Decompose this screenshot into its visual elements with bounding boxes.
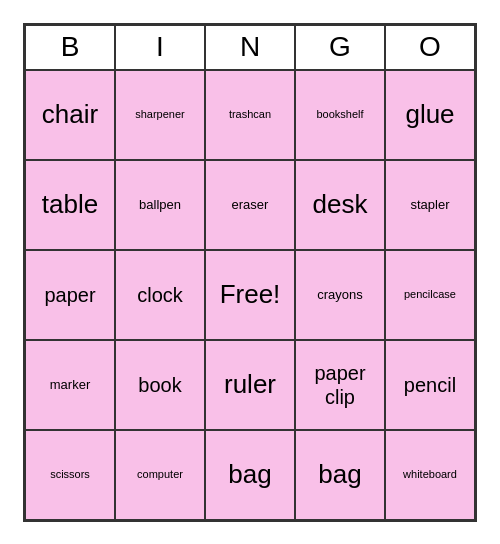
grid-cell-1-2: eraser bbox=[205, 160, 295, 250]
grid-cell-3-3: paper clip bbox=[295, 340, 385, 430]
grid-row-0: chairsharpenertrashcanbookshelfglue bbox=[25, 70, 475, 160]
grid-cell-2-2: Free! bbox=[205, 250, 295, 340]
cell-text-4-1: computer bbox=[137, 468, 183, 481]
grid-cell-0-3: bookshelf bbox=[295, 70, 385, 160]
header-letter-o: O bbox=[385, 25, 475, 70]
grid-cell-3-2: ruler bbox=[205, 340, 295, 430]
bingo-grid: chairsharpenertrashcanbookshelfgluetable… bbox=[25, 70, 475, 520]
bingo-header: BINGO bbox=[25, 25, 475, 70]
grid-cell-3-4: pencil bbox=[385, 340, 475, 430]
grid-row-2: paperclockFree!crayonspencilcase bbox=[25, 250, 475, 340]
grid-cell-4-1: computer bbox=[115, 430, 205, 520]
cell-text-3-3: paper clip bbox=[300, 361, 380, 409]
cell-text-1-1: ballpen bbox=[139, 197, 181, 213]
header-letter-i: I bbox=[115, 25, 205, 70]
cell-text-2-1: clock bbox=[137, 283, 183, 307]
grid-cell-4-2: bag bbox=[205, 430, 295, 520]
grid-cell-4-0: scissors bbox=[25, 430, 115, 520]
cell-text-0-4: glue bbox=[405, 99, 454, 130]
cell-text-4-4: whiteboard bbox=[403, 468, 457, 481]
bingo-card: BINGO chairsharpenertrashcanbookshelfglu… bbox=[23, 23, 477, 522]
grid-cell-2-3: crayons bbox=[295, 250, 385, 340]
cell-text-2-0: paper bbox=[44, 283, 95, 307]
grid-cell-4-3: bag bbox=[295, 430, 385, 520]
cell-text-4-2: bag bbox=[228, 459, 271, 490]
grid-cell-1-0: table bbox=[25, 160, 115, 250]
grid-cell-4-4: whiteboard bbox=[385, 430, 475, 520]
cell-text-0-0: chair bbox=[42, 99, 98, 130]
cell-text-1-2: eraser bbox=[232, 197, 269, 213]
grid-cell-0-0: chair bbox=[25, 70, 115, 160]
header-letter-g: G bbox=[295, 25, 385, 70]
cell-text-3-2: ruler bbox=[224, 369, 276, 400]
header-letter-b: B bbox=[25, 25, 115, 70]
cell-text-2-3: crayons bbox=[317, 287, 363, 303]
cell-text-1-3: desk bbox=[313, 189, 368, 220]
cell-text-0-1: sharpener bbox=[135, 108, 185, 121]
grid-row-1: tableballpeneraserdeskstapler bbox=[25, 160, 475, 250]
cell-text-4-0: scissors bbox=[50, 468, 90, 481]
grid-row-4: scissorscomputerbagbagwhiteboard bbox=[25, 430, 475, 520]
grid-row-3: markerbookrulerpaper clippencil bbox=[25, 340, 475, 430]
cell-text-1-4: stapler bbox=[410, 197, 449, 213]
header-letter-n: N bbox=[205, 25, 295, 70]
grid-cell-3-1: book bbox=[115, 340, 205, 430]
grid-cell-2-0: paper bbox=[25, 250, 115, 340]
cell-text-1-0: table bbox=[42, 189, 98, 220]
cell-text-3-1: book bbox=[138, 373, 181, 397]
cell-text-0-2: trashcan bbox=[229, 108, 271, 121]
grid-cell-1-3: desk bbox=[295, 160, 385, 250]
grid-cell-3-0: marker bbox=[25, 340, 115, 430]
cell-text-4-3: bag bbox=[318, 459, 361, 490]
grid-cell-0-2: trashcan bbox=[205, 70, 295, 160]
cell-text-2-2: Free! bbox=[220, 279, 281, 310]
grid-cell-2-4: pencilcase bbox=[385, 250, 475, 340]
grid-cell-1-1: ballpen bbox=[115, 160, 205, 250]
grid-cell-2-1: clock bbox=[115, 250, 205, 340]
grid-cell-0-1: sharpener bbox=[115, 70, 205, 160]
cell-text-2-4: pencilcase bbox=[404, 288, 456, 301]
cell-text-3-4: pencil bbox=[404, 373, 456, 397]
cell-text-0-3: bookshelf bbox=[316, 108, 363, 121]
cell-text-3-0: marker bbox=[50, 377, 90, 393]
grid-cell-0-4: glue bbox=[385, 70, 475, 160]
grid-cell-1-4: stapler bbox=[385, 160, 475, 250]
